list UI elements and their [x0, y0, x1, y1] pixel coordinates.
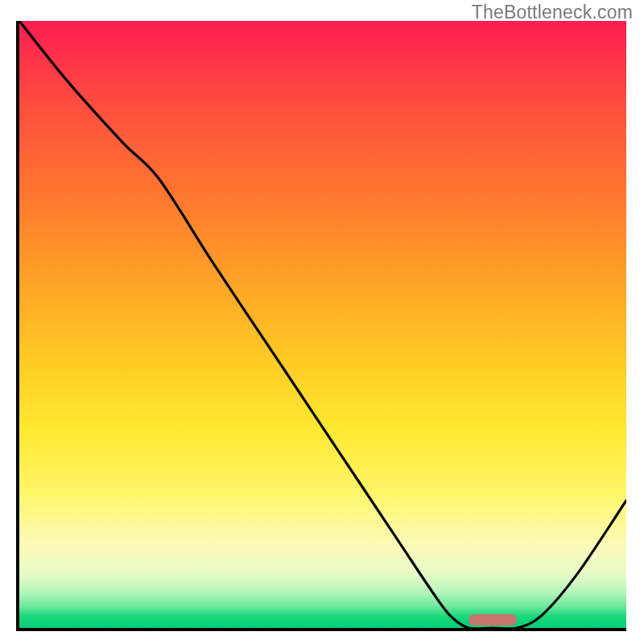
bottleneck-curve — [19, 21, 626, 628]
minimum-marker — [469, 614, 517, 625]
chart-canvas: TheBottleneck.com — [0, 0, 644, 644]
watermark-label: TheBottleneck.com — [472, 2, 633, 23]
plot-area — [16, 21, 626, 631]
